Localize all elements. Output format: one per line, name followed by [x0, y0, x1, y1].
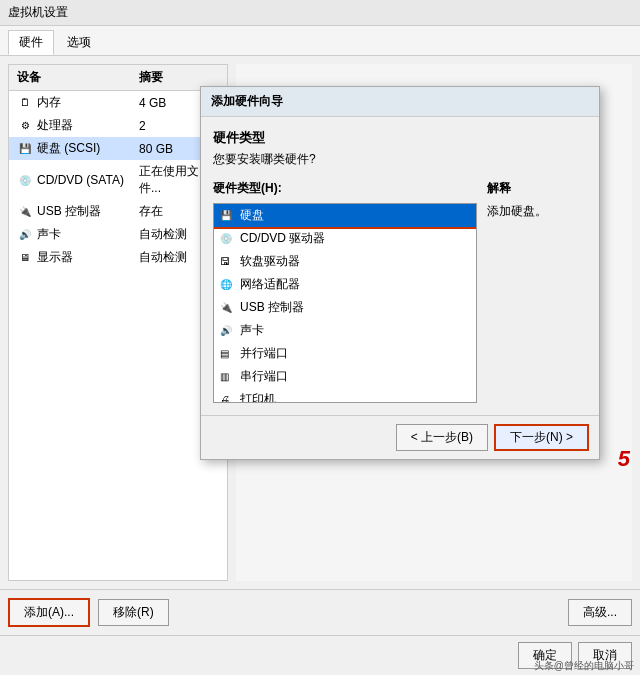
hw-type-list: 💾 硬盘 💿 CD/DVD 驱动器 🖫 软盘驱动器 — [213, 203, 477, 403]
memory-icon: 🗒 — [17, 95, 33, 111]
next-button[interactable]: 下一步(N) > — [494, 424, 589, 451]
content-area: 设备 摘要 🗒 内存 4 GB ⚙ 处理器 2 💾 硬盘 (SCSI) 80 — [0, 56, 640, 589]
dialog-left: 硬件类型(H): 💾 硬盘 💿 CD/DVD 驱动器 — [213, 180, 477, 403]
tab-hardware[interactable]: 硬件 — [8, 30, 54, 55]
add-button[interactable]: 添加(A)... — [8, 598, 90, 627]
device-panel: 设备 摘要 🗒 内存 4 GB ⚙ 处理器 2 💾 硬盘 (SCSI) 80 — [8, 64, 228, 581]
col-summary-header: 摘要 — [139, 69, 219, 86]
hw-item-cddvd[interactable]: 💿 CD/DVD 驱动器 — [214, 227, 476, 250]
dialog-body: 硬件类型 您要安装哪类硬件? 硬件类型(H): 💾 硬盘 💿 CD — [201, 117, 599, 415]
explain-text: 添加硬盘。 — [487, 203, 587, 220]
col-device-header: 设备 — [17, 69, 139, 86]
printer-list-icon: 🖨 — [220, 392, 236, 404]
annotation-5: 5 — [618, 446, 630, 472]
hw-item-printer[interactable]: 🖨 打印机 — [214, 388, 476, 403]
parallel-list-icon: ▤ — [220, 346, 236, 362]
net-list-icon: 🌐 — [220, 277, 236, 293]
device-item-display[interactable]: 🖥 显示器 自动检测 — [9, 246, 227, 269]
title-bar: 虚拟机设置 — [0, 0, 640, 26]
hdd-list-icon: 💾 — [220, 208, 236, 224]
explain-header: 解释 — [487, 180, 587, 197]
dialog-two-col: 硬件类型(H): 💾 硬盘 💿 CD/DVD 驱动器 — [213, 180, 587, 403]
serial-list-icon: ▥ — [220, 369, 236, 385]
dialog-subtitle: 您要安装哪类硬件? — [213, 151, 587, 168]
hw-item-network[interactable]: 🌐 网络适配器 — [214, 273, 476, 296]
watermark: 头条@曾经的电脑小哥 — [534, 659, 634, 673]
sound-list-icon: 🔊 — [220, 323, 236, 339]
hw-item-sound[interactable]: 🔊 声卡 — [214, 319, 476, 342]
hw-item-floppy[interactable]: 🖫 软盘驱动器 — [214, 250, 476, 273]
hw-item-parallel[interactable]: ▤ 并行端口 — [214, 342, 476, 365]
remove-button[interactable]: 移除(R) — [98, 599, 169, 626]
dialog-section-title: 硬件类型 — [213, 129, 587, 147]
device-panel-header: 设备 摘要 — [9, 65, 227, 91]
hdd-icon: 💾 — [17, 141, 33, 157]
tab-options[interactable]: 选项 — [56, 30, 102, 55]
device-item-memory[interactable]: 🗒 内存 4 GB — [9, 91, 227, 114]
cd-icon: 💿 — [17, 172, 33, 188]
device-list: 🗒 内存 4 GB ⚙ 处理器 2 💾 硬盘 (SCSI) 80 GB 💿 CD — [9, 91, 227, 580]
device-item-cddvd[interactable]: 💿 CD/DVD (SATA) 正在使用文件... — [9, 160, 227, 200]
dialog-title-bar: 添加硬件向导 — [201, 87, 599, 117]
hw-item-serial[interactable]: ▥ 串行端口 — [214, 365, 476, 388]
bottom-bar: 添加(A)... 移除(R) 高级... 3 — [0, 589, 640, 635]
device-item-usb[interactable]: 🔌 USB 控制器 存在 — [9, 200, 227, 223]
device-item-cpu[interactable]: ⚙ 处理器 2 — [9, 114, 227, 137]
hw-type-header: 硬件类型(H): — [213, 180, 477, 197]
advanced-button[interactable]: 高级... — [568, 599, 632, 626]
sound-icon: 🔊 — [17, 227, 33, 243]
main-window: 虚拟机设置 硬件 选项 设备 摘要 🗒 内存 4 GB ⚙ 处理器 — [0, 0, 640, 675]
prev-button[interactable]: < 上一步(B) — [396, 424, 488, 451]
display-icon: 🖥 — [17, 250, 33, 266]
hw-item-usb[interactable]: 🔌 USB 控制器 — [214, 296, 476, 319]
bottom-buttons: 添加(A)... 移除(R) — [8, 598, 169, 627]
usb-list-icon: 🔌 — [220, 300, 236, 316]
window-title: 虚拟机设置 — [8, 4, 68, 21]
cd-list-icon: 💿 — [220, 231, 236, 247]
dialog-bottom-bar: < 上一步(B) 下一步(N) > — [201, 415, 599, 459]
dialog-title: 添加硬件向导 — [211, 93, 283, 110]
tab-bar: 硬件 选项 — [0, 26, 640, 56]
device-item-hdd[interactable]: 💾 硬盘 (SCSI) 80 GB — [9, 137, 227, 160]
hw-item-hdd[interactable]: 💾 硬盘 — [214, 204, 476, 227]
device-item-sound[interactable]: 🔊 声卡 自动检测 — [9, 223, 227, 246]
add-hardware-dialog: 添加硬件向导 硬件类型 您要安装哪类硬件? 硬件类型(H): 💾 硬盘 — [200, 86, 600, 460]
cpu-icon: ⚙ — [17, 118, 33, 134]
dialog-right: 解释 添加硬盘。 — [487, 180, 587, 403]
floppy-list-icon: 🖫 — [220, 254, 236, 270]
usb-icon: 🔌 — [17, 204, 33, 220]
